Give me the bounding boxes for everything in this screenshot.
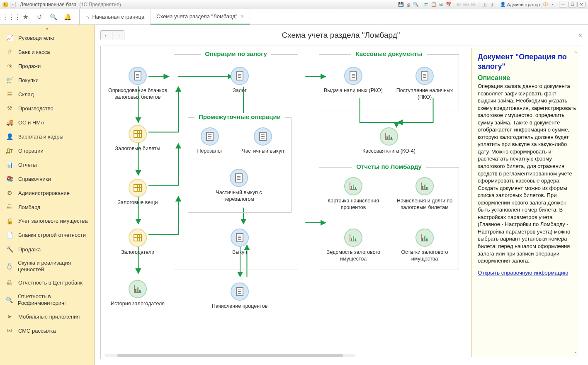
sidebar-item-bank[interactable]: ₽Банк и касса xyxy=(0,45,94,59)
document-icon xyxy=(134,71,141,80)
nav-back-button[interactable]: ← xyxy=(101,31,112,40)
memory-mplus[interactable]: M+ xyxy=(463,1,470,8)
sidebar-item-ops[interactable]: ДтОперации xyxy=(0,144,94,158)
sidebar-item-label: Руководителю xyxy=(18,35,54,41)
home-icon: ⌂ xyxy=(85,14,89,20)
help-title: Документ "Операция по залогу" xyxy=(478,52,576,71)
calendar-icon[interactable]: 📅 xyxy=(445,1,452,8)
info-icon[interactable]: ⓘ xyxy=(542,1,549,8)
app-menu-dropdown[interactable]: ▾ xyxy=(10,2,16,7)
tab-close-icon[interactable]: × xyxy=(241,13,244,19)
sidebar-icon: 🔍 xyxy=(6,296,13,304)
sidebar-item-sms[interactable]: ✉СМС рассылка xyxy=(0,324,94,338)
sidebar-item-label: Покупки xyxy=(18,77,39,83)
node-partial-pere[interactable]: Частичный выкуп с перезалогом xyxy=(208,169,270,202)
print-icon[interactable]: 🖨 xyxy=(405,1,412,8)
group-title: Операции по залогу xyxy=(201,50,271,57)
sidebar-item-purchase[interactable]: 🛒Покупки xyxy=(0,73,94,87)
memory-m[interactable]: M xyxy=(455,1,463,8)
favorite-icon[interactable]: ★ xyxy=(22,13,29,21)
node-pko[interactable]: Поступление наличных (ПКО) xyxy=(394,67,456,100)
node-debts[interactable]: Начисления и долги по залоговым билетам xyxy=(394,177,456,211)
sidebar-icon: ⚒ xyxy=(6,105,13,112)
history-icon[interactable]: ↺ xyxy=(36,13,44,21)
sidebar-item-reports[interactable]: 📊Отчеты xyxy=(0,158,94,172)
sidebar-item-label: Мобильные приложения xyxy=(18,314,80,320)
sidebar-item-rosfin[interactable]: 🔍Отчетность в Росфинмониторинг xyxy=(0,290,94,309)
document-icon xyxy=(236,233,243,242)
minimize-button[interactable]: — xyxy=(559,2,567,7)
layout-icon[interactable]: ◫ xyxy=(481,1,488,8)
sidebar-item-stock[interactable]: ☰Склад xyxy=(0,87,94,101)
sidebar-item-production[interactable]: ⚒Производство xyxy=(0,101,94,115)
table-icon xyxy=(134,234,142,241)
sidebar-item-manager[interactable]: 📈Руководителю xyxy=(0,31,94,45)
node-remains[interactable]: Остатки залогового имущества xyxy=(394,229,456,262)
sidebar-item-osnma[interactable]: 🚚ОС и НМА xyxy=(0,115,94,129)
sidebar-scroll-up[interactable]: ▴ xyxy=(0,25,94,31)
page-close-icon[interactable]: × xyxy=(578,32,582,39)
sidebar-item-sales[interactable]: 🛍Продажи xyxy=(0,59,94,73)
help-link[interactable]: Открыть справочную информацию xyxy=(478,270,576,276)
save-icon[interactable]: 💾 xyxy=(397,1,405,8)
sidebar-item-pledge-acc[interactable]: 🔒Учет залогового имущества xyxy=(0,214,94,228)
node-interest[interactable]: Начисление процентов xyxy=(209,282,271,310)
sidebar-item-admin[interactable]: ⚙Администрирование xyxy=(0,186,94,200)
document-icon xyxy=(350,71,357,80)
tab-home-label: Начальная страница xyxy=(92,14,144,20)
tab-home[interactable]: ⌂ Начальная страница xyxy=(80,9,151,24)
sidebar-item-label: Операции xyxy=(18,148,44,154)
notifications-icon[interactable]: 🔔 xyxy=(64,13,72,21)
sidebar-icon: 🛒 xyxy=(6,76,13,84)
sidebar-item-sale[interactable]: 🔨Продажа xyxy=(0,242,94,256)
node-card[interactable]: Карточка начисления процентов xyxy=(322,177,384,211)
sidebar-item-cb[interactable]: 🏛Отчетность в Центробанк xyxy=(0,276,94,290)
node-zalog[interactable]: Залог xyxy=(209,67,271,94)
info-dropdown[interactable]: ▾ xyxy=(549,1,556,8)
sidebar-item-refs[interactable]: 📚Справочники xyxy=(0,172,94,186)
sidebar-item-lombard[interactable]: 🏛Ломбард xyxy=(0,200,94,214)
sidebar-item-hr[interactable]: 👤Зарплата и кадры xyxy=(0,129,94,144)
node-history[interactable]: История залогодателя xyxy=(107,280,169,307)
sidebar-item-label: Склад xyxy=(18,91,34,97)
panel-icon[interactable]: ▯ xyxy=(488,1,496,8)
calc-icon[interactable]: ⊞ xyxy=(437,1,445,8)
preview-icon[interactable]: 🔍 xyxy=(412,1,420,8)
user-menu[interactable]: 👤 Администратор xyxy=(500,2,540,7)
node-perezalog[interactable]: Перезалог xyxy=(183,127,237,155)
sidebar: ▴ 📈Руководителю₽Банк и касса🛍Продажи🛒Пок… xyxy=(0,25,95,365)
copy-icon[interactable]: 📋 xyxy=(430,1,437,8)
tab-lombard-scheme[interactable]: Схема учета раздела "Ломбард" × xyxy=(151,9,250,24)
sidebar-item-label: Банк и касса xyxy=(18,49,50,55)
help-panel: ⌃ Документ "Операция по залогу" Описание… xyxy=(471,48,579,357)
sidebar-icon: 🏛 xyxy=(6,279,13,287)
memory-mminus[interactable]: M- xyxy=(470,1,478,8)
node-oprih[interactable]: Оприходование бланков залоговых билетов xyxy=(107,67,169,100)
scroll-down-icon[interactable]: ⌄ xyxy=(573,348,578,354)
sidebar-item-label: Отчеты xyxy=(18,162,37,168)
sidebar-item-label: Продажа xyxy=(18,246,41,253)
sidebar-item-label: Производство xyxy=(18,105,53,112)
compare-icon[interactable]: ⇄ xyxy=(423,1,430,8)
node-kassbook[interactable]: Кассовая книга (КО-4) xyxy=(358,127,420,155)
app-logo-icon: 1c xyxy=(2,2,8,7)
apps-icon[interactable]: ⋮⋮⋮ xyxy=(8,13,15,21)
sidebar-item-skupka[interactable]: 💍Скупка и реализация ценностей xyxy=(0,256,94,276)
node-items[interactable]: Залоговые вещи xyxy=(107,179,169,206)
sidebar-item-label: Отчетность в Центробанк xyxy=(18,280,83,286)
chart-icon xyxy=(421,182,428,190)
node-rko[interactable]: Выдача наличных (РКО) xyxy=(322,67,384,94)
horizontal-scrollbar[interactable] xyxy=(105,354,355,357)
sidebar-item-mobile[interactable]: ➤Мобильные приложения xyxy=(0,309,94,324)
maximize-button[interactable]: ☐ xyxy=(568,2,576,7)
node-partial[interactable]: Частичный выкуп xyxy=(236,127,290,155)
node-inventory[interactable]: Ведомость залогового имущества xyxy=(322,229,384,262)
sidebar-item-blanks[interactable]: 📄Бланки строгой отчетности xyxy=(0,228,94,242)
node-tickets[interactable]: Залоговые билеты xyxy=(107,125,169,152)
scroll-up-icon[interactable]: ⌃ xyxy=(573,51,578,56)
help-subtitle: Описание xyxy=(478,74,576,82)
close-button[interactable]: ✕ xyxy=(577,2,586,7)
search-icon[interactable]: 🔍 xyxy=(50,13,58,21)
node-vykup[interactable]: Выкуп xyxy=(209,229,271,256)
node-pledgers[interactable]: Залогодатели xyxy=(107,229,169,256)
